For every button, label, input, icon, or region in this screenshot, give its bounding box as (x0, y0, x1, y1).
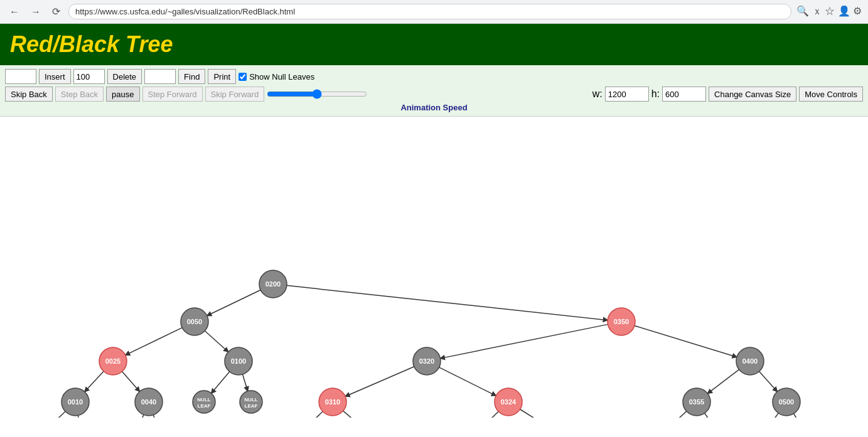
forward-button[interactable]: → (28, 5, 44, 19)
insert-input[interactable] (5, 69, 36, 84)
controls-bar: Insert Delete Find Print Show Null Leave… (0, 65, 868, 117)
tree-svg: 020000500350002501000320040000100040NULL… (0, 117, 868, 418)
browser-icons: 🔍 ｘ ☆ 👤 ⚙ (796, 5, 862, 18)
pause-button[interactable]: pause (106, 87, 139, 102)
delete-button[interactable]: Delete (107, 69, 142, 84)
w-input[interactable] (605, 87, 649, 102)
svg-line-3 (205, 331, 228, 352)
svg-text:0040: 0040 (141, 398, 156, 406)
insert-button[interactable]: Insert (39, 69, 71, 84)
url-bar[interactable] (68, 4, 791, 19)
svg-text:NULL: NULL (244, 397, 257, 403)
svg-line-0 (207, 290, 260, 316)
svg-text:0100: 0100 (231, 357, 246, 365)
svg-line-8 (212, 372, 230, 393)
svg-line-4 (441, 324, 608, 358)
svg-line-25 (794, 414, 804, 418)
svg-text:0500: 0500 (779, 398, 794, 406)
svg-text:0320: 0320 (419, 357, 434, 365)
h-input[interactable] (662, 87, 706, 102)
svg-text:0010: 0010 (68, 398, 83, 406)
tree-canvas: 020000500350002501000320040000100040NULL… (0, 117, 868, 418)
svg-line-12 (707, 369, 739, 393)
svg-text:0355: 0355 (689, 398, 704, 406)
show-null-checkbox[interactable] (238, 73, 247, 81)
svg-line-5 (635, 325, 737, 357)
h-label: h: (651, 88, 660, 100)
find-button[interactable]: Find (178, 69, 205, 84)
svg-line-6 (85, 371, 104, 392)
svg-text:LEAF: LEAF (245, 403, 258, 409)
svg-text:NULL: NULL (197, 397, 210, 403)
w-label: w: (592, 88, 603, 100)
step-back-button[interactable]: Step Back (55, 87, 104, 102)
anim-speed-label: Animation Speed (5, 103, 863, 112)
svg-line-2 (126, 328, 182, 355)
skip-forward-button[interactable]: Skip Forward (205, 87, 265, 102)
find-input[interactable] (144, 69, 176, 84)
svg-line-18 (304, 411, 323, 418)
svg-line-24 (766, 413, 778, 418)
svg-text:0050: 0050 (187, 318, 202, 325)
controls-row1: Insert Delete Find Print Show Null Leave… (5, 69, 863, 84)
back-button[interactable]: ← (6, 5, 23, 19)
change-canvas-button[interactable]: Change Canvas Size (709, 87, 796, 102)
svg-line-11 (439, 367, 496, 396)
svg-text:0310: 0310 (325, 398, 340, 406)
step-forward-button[interactable]: Step Forward (142, 87, 203, 102)
move-controls-button[interactable]: Move Controls (799, 87, 863, 102)
svg-text:0200: 0200 (265, 280, 281, 288)
svg-line-9 (242, 374, 247, 391)
svg-line-21 (520, 409, 557, 418)
svg-line-7 (122, 372, 140, 392)
svg-line-10 (345, 367, 414, 397)
svg-line-23 (705, 413, 717, 418)
svg-line-1 (287, 285, 608, 320)
svg-line-17 (153, 415, 158, 418)
reload-button[interactable]: ⟳ (49, 4, 63, 19)
controls-row2: Skip Back Step Back pause Step Forward S… (5, 87, 863, 102)
skip-back-button[interactable]: Skip Back (5, 87, 53, 102)
svg-text:0350: 0350 (614, 318, 629, 325)
speed-slider[interactable] (267, 89, 367, 99)
print-button[interactable]: Print (208, 69, 236, 84)
svg-text:0324: 0324 (501, 398, 517, 406)
svg-line-20 (480, 411, 498, 418)
show-null-label[interactable]: Show Null Leaves (238, 72, 314, 82)
delete-input[interactable] (73, 69, 105, 84)
svg-line-19 (343, 411, 367, 418)
svg-line-16 (138, 414, 144, 418)
svg-line-14 (46, 411, 65, 418)
svg-line-22 (666, 411, 687, 418)
svg-text:LEAF: LEAF (198, 403, 211, 409)
svg-text:0400: 0400 (742, 357, 758, 365)
app-header: Red/Black Tree (0, 24, 868, 65)
browser-bar: ← → ⟳ 🔍 ｘ ☆ 👤 ⚙ (0, 0, 868, 24)
svg-line-13 (759, 371, 778, 391)
app-title: Red/Black Tree (10, 31, 858, 58)
svg-text:0025: 0025 (105, 357, 121, 365)
wh-section: w: h: Change Canvas Size Move Controls (592, 87, 863, 102)
